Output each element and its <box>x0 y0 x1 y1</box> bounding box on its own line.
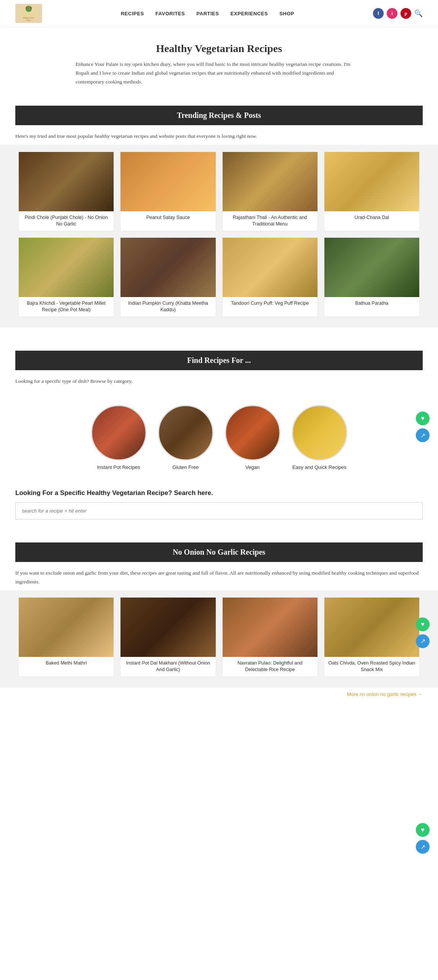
recipe-image <box>324 238 419 297</box>
search-input[interactable] <box>15 502 423 519</box>
category-label: Gluten Free <box>173 464 199 470</box>
recipe-image <box>19 598 114 657</box>
hero-description: Enhance Your Palate is my open kitchen d… <box>76 60 363 87</box>
recipe-image <box>223 152 318 211</box>
more-no-onion-link[interactable]: More no onion no garlic recipes → <box>347 691 423 697</box>
category-circle <box>292 405 347 461</box>
category-circle <box>91 405 147 461</box>
recipe-title: Indian Pumpkin Curry (Khatta Meetha Kadd… <box>120 297 215 317</box>
trending-recipe-card[interactable]: Tandoori Curry Puff: Veg Puff Recipe <box>222 237 318 317</box>
recipe-title: Oats Chivda, Oven Roasted Spicy Indian S… <box>324 657 419 676</box>
recipe-image <box>19 238 114 297</box>
recipe-title: Pindi Chole (Punjabi Chole) - No Onion N… <box>19 211 114 231</box>
nav-shop[interactable]: SHOP <box>279 11 294 16</box>
site-header: Enhance Your Palate RECIPES FAVORITES PA… <box>0 0 438 27</box>
no-onion-recipe-card[interactable]: Oats Chivda, Oven Roasted Spicy Indian S… <box>324 597 420 677</box>
nav-recipes[interactable]: RECIPES <box>121 11 144 16</box>
recipe-title: Tandoori Curry Puff: Veg Puff Recipe <box>223 297 318 310</box>
share-button-1[interactable]: ↗ <box>416 428 430 442</box>
recipe-image <box>324 598 419 657</box>
more-link-container: More no onion no garlic recipes → <box>0 688 438 709</box>
trending-recipe-card[interactable]: Bathua Paratha <box>324 237 420 317</box>
recipe-title: Bajra Khichdi - Vegetable Pearl Millet R… <box>19 297 114 317</box>
trending-recipe-card[interactable]: Indian Pumpkin Curry (Khatta Meetha Kadd… <box>120 237 216 317</box>
category-item[interactable]: Instant Pot Recipes <box>91 405 147 470</box>
trending-recipe-card[interactable]: Urad-Chana Dal <box>324 152 420 231</box>
search-button[interactable]: 🔍 <box>414 9 423 18</box>
trending-recipe-card[interactable]: Peanut Satay Sauce <box>120 152 216 231</box>
category-item[interactable]: Gluten Free <box>158 405 213 470</box>
instagram-icon[interactable]: i <box>387 8 397 19</box>
pinterest-icon[interactable]: p <box>401 8 411 19</box>
no-onion-description: If you want to exclude onion and garlic … <box>0 562 438 590</box>
no-onion-recipe-card[interactable]: Baked Methi Mathri <box>18 597 114 677</box>
trending-recipe-card[interactable]: Rajasthani Thali - An Authentic and Trad… <box>222 152 318 231</box>
recipe-title: Urad-Chana Dal <box>324 211 419 224</box>
category-label: Vegan <box>246 464 260 470</box>
recipe-title: Instant Pot Dal Makhani (Without Onion A… <box>120 657 215 676</box>
category-grid: Instant Pot Recipes Gluten Free Vegan Ea… <box>15 405 423 470</box>
recipe-image <box>120 152 215 211</box>
logo-image: Enhance Your Palate <box>15 4 42 23</box>
category-label: Easy and Quick Recipes <box>292 464 347 470</box>
trending-recipe-card[interactable]: Bajra Khichdi - Vegetable Pearl Millet R… <box>18 237 114 317</box>
social-icons: f i p 🔍 <box>373 8 423 19</box>
recipe-image <box>223 598 318 657</box>
nav-favorites[interactable]: FAVORITES <box>155 11 185 16</box>
recipe-image <box>19 152 114 211</box>
like-button-2[interactable]: ♥ <box>416 617 430 631</box>
no-onion-section-header: No Onion No Garlic Recipes <box>15 542 423 562</box>
svg-text:Palate: Palate <box>26 19 31 21</box>
recipe-image <box>120 598 215 657</box>
svg-point-5 <box>26 7 27 8</box>
trending-description: Here's my tried and true most popular he… <box>0 125 438 145</box>
category-section: Instant Pot Recipes Gluten Free Vegan Ea… <box>0 390 438 485</box>
trending-section-header: Trending Recipes & Posts <box>15 106 423 125</box>
category-label: Instant Pot Recipes <box>97 464 140 470</box>
search-section: Looking For a Specific Healthy Vegetaria… <box>0 485 438 531</box>
find-recipes-section-header: Find Recipes For ... <box>15 351 423 370</box>
recipe-title: Rajasthani Thali - An Authentic and Trad… <box>223 211 318 231</box>
svg-point-6 <box>30 7 32 8</box>
trending-recipe-grid: Pindi Chole (Punjabi Chole) - No Onion N… <box>0 145 438 328</box>
trending-recipe-card[interactable]: Pindi Chole (Punjabi Chole) - No Onion N… <box>18 152 114 231</box>
search-heading: Looking For a Specific Healthy Vegetaria… <box>15 489 423 497</box>
page-title: Healthy Vegetarian Recipes <box>31 42 407 55</box>
nav-experiences[interactable]: EXPERIENCES <box>230 11 268 16</box>
recipe-title: Navratan Pulao: Delightful and Delectabl… <box>223 657 318 676</box>
no-onion-recipe-card[interactable]: Navratan Pulao: Delightful and Delectabl… <box>222 597 318 677</box>
recipe-image <box>223 238 318 297</box>
recipe-title: Peanut Satay Sauce <box>120 211 215 224</box>
recipe-title: Baked Methi Mathri <box>19 657 114 670</box>
logo[interactable]: Enhance Your Palate <box>15 4 42 23</box>
find-recipes-description: Looking for a specific type of dish? Bro… <box>0 370 438 390</box>
facebook-icon[interactable]: f <box>373 8 384 19</box>
svg-text:Enhance Your: Enhance Your <box>23 17 34 19</box>
recipe-image <box>120 238 215 297</box>
like-button-1[interactable]: ♥ <box>416 412 430 425</box>
share-button-2[interactable]: ↗ <box>416 634 430 648</box>
category-item[interactable]: Vegan <box>225 405 280 470</box>
svg-point-4 <box>26 6 31 11</box>
category-circle <box>225 405 280 461</box>
no-onion-recipe-grid: Baked Methi Mathri Instant Pot Dal Makha… <box>0 590 438 688</box>
nav-parties[interactable]: PARTIES <box>197 11 219 16</box>
no-onion-recipe-card[interactable]: Instant Pot Dal Makhani (Without Onion A… <box>120 597 216 677</box>
hero-section: Healthy Vegetarian Recipes Enhance Your … <box>0 27 438 94</box>
category-item[interactable]: Easy and Quick Recipes <box>292 405 347 470</box>
recipe-image <box>324 152 419 211</box>
recipe-title: Bathua Paratha <box>324 297 419 310</box>
main-nav: RECIPES FAVORITES PARTIES EXPERIENCES SH… <box>121 11 295 16</box>
category-circle <box>158 405 213 461</box>
